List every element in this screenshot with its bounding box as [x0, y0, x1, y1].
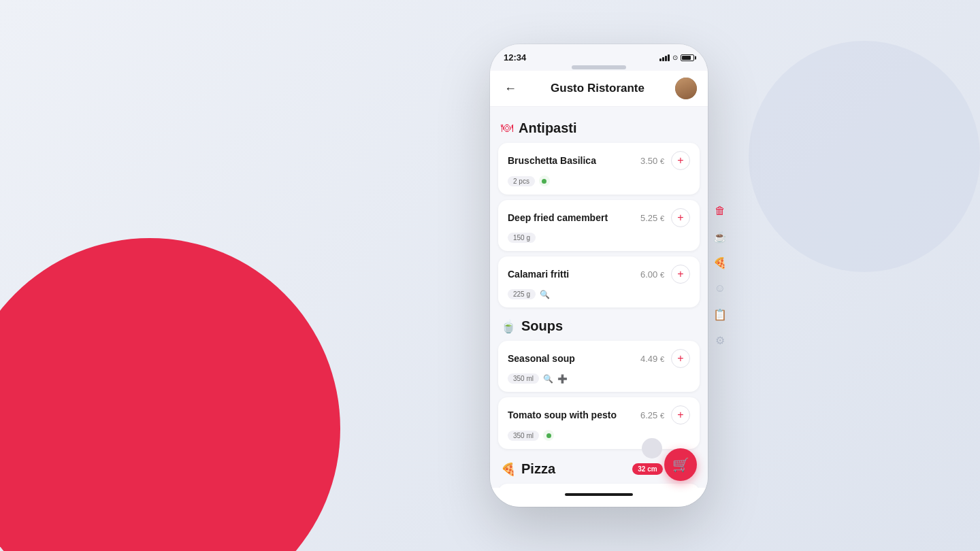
- item-price-calamari: 6.00 €: [640, 269, 664, 280]
- side-navigation: 🗑 ☕ 🍕 ☺ 📋 ⚙: [712, 203, 728, 348]
- side-nav-delete[interactable]: 🗑: [712, 203, 728, 219]
- item-name-calamari: Calamari fritti: [508, 269, 640, 280]
- tomato-soup-tags: 350 ml: [508, 430, 690, 441]
- camembert-tags: 150 g: [508, 233, 690, 243]
- item-price-tomato-soup: 6.25 €: [640, 410, 664, 420]
- app-title: Gusto Ristorante: [551, 82, 644, 95]
- seasonal-soup-tags: 350 ml 🔍 ➕: [508, 373, 690, 384]
- side-nav-list[interactable]: 📋: [712, 306, 728, 322]
- cart-fab-button[interactable]: 🛒: [664, 448, 697, 481]
- side-nav-drinks[interactable]: ☕: [712, 229, 728, 245]
- phone-mockup: 12:34 ⊙ ← Gusto Rist: [490, 44, 708, 507]
- add-calamari-button[interactable]: +: [671, 265, 690, 284]
- plus-icon: +: [677, 353, 683, 364]
- plus-icon: +: [677, 155, 683, 166]
- menu-item-seasonal-soup: Seasonal soup 4.49 € + 350 ml 🔍 ➕: [498, 341, 700, 392]
- item-name-camembert: Deep fried camembert: [508, 212, 640, 223]
- side-nav-pizza[interactable]: 🍕: [712, 254, 728, 271]
- status-bar: 12:34 ⊙: [490, 44, 708, 65]
- plus-icon: +: [677, 269, 683, 280]
- antipasti-title: Antipasti: [519, 120, 577, 136]
- status-time: 12:34: [504, 52, 526, 63]
- status-icons: ⊙: [659, 54, 694, 61]
- section-antipasti-header: 🍽 Antipasti: [490, 115, 708, 143]
- notch-area: [490, 65, 708, 71]
- smile-icon: ☺: [715, 282, 725, 295]
- bottom-bar: [490, 488, 708, 507]
- bg-circle-left: [0, 238, 340, 551]
- soups-icon: 🍵: [501, 319, 516, 334]
- veg-indicator: [539, 176, 550, 186]
- back-arrow-icon: ←: [504, 82, 517, 96]
- bg-circle-right: [749, 41, 980, 272]
- drinks-icon: ☕: [713, 231, 727, 244]
- add-tomato-soup-button[interactable]: +: [671, 405, 690, 424]
- wifi-icon: ⊙: [672, 54, 678, 61]
- pizza-nav-icon: 🍕: [713, 256, 727, 269]
- tag-150g: 150 g: [508, 233, 536, 243]
- pizza-size-32[interactable]: 32 cm: [632, 463, 662, 475]
- list-icon: 📋: [713, 308, 727, 321]
- item-name-tomato-soup: Tomato soup with pesto: [508, 410, 640, 420]
- soups-title: Soups: [521, 318, 563, 334]
- add-bruschetta-button[interactable]: +: [671, 151, 690, 170]
- battery-icon: [681, 54, 694, 61]
- home-indicator: [565, 493, 633, 496]
- avatar-image: [675, 78, 697, 99]
- app-header: ← Gusto Ristorante: [490, 71, 708, 107]
- plus-icon: +: [677, 212, 683, 223]
- item-price-camembert: 5.25 €: [640, 213, 664, 223]
- back-button[interactable]: ←: [501, 79, 520, 98]
- bruschetta-tags: 2 pcs: [508, 176, 690, 186]
- avatar[interactable]: [675, 78, 697, 99]
- menu-content: 🍽 Antipasti Bruschetta Basilica 3.50 € +…: [490, 107, 708, 488]
- calamari-tags: 225 g 🔍: [508, 289, 690, 299]
- plus-icon: +: [677, 410, 683, 420]
- phone-screen: 12:34 ⊙ ← Gusto Rist: [490, 44, 708, 507]
- side-nav-smile[interactable]: ☺: [712, 280, 728, 297]
- item-price-bruschetta: 3.50 €: [640, 156, 664, 166]
- menu-item-bruschetta: Bruschetta Basilica 3.50 € + 2 pcs: [498, 143, 700, 195]
- allergen-icon: 🔍: [540, 290, 550, 299]
- delete-icon: 🗑: [715, 205, 725, 217]
- veg-indicator-2: [543, 430, 554, 441]
- notch-pill: [572, 65, 626, 69]
- tag-2pcs: 2 pcs: [508, 176, 535, 186]
- tag-350ml: 350 ml: [508, 373, 539, 384]
- item-name-bruschetta: Bruschetta Basilica: [508, 155, 640, 166]
- menu-item-tomato-soup: Tomato soup with pesto 6.25 € + 350 ml: [498, 397, 700, 449]
- signal-icon: [659, 54, 670, 61]
- antipasti-icon: 🍽: [501, 121, 513, 135]
- cart-icon: 🛒: [672, 456, 689, 473]
- add-camembert-button[interactable]: +: [671, 208, 690, 227]
- section-soups-header: 🍵 Soups: [490, 313, 708, 341]
- side-nav-settings[interactable]: ⚙: [712, 332, 728, 348]
- item-price-seasonal-soup: 4.49 €: [640, 354, 664, 364]
- tag-350ml-2: 350 ml: [508, 431, 539, 441]
- allergen-icon: 🔍: [543, 374, 553, 384]
- item-name-seasonal-soup: Seasonal soup: [508, 353, 640, 364]
- extra-icon: ➕: [557, 374, 568, 384]
- drag-handle: [642, 438, 662, 458]
- tag-225g: 225 g: [508, 289, 536, 299]
- settings-icon: ⚙: [715, 334, 725, 347]
- pizza-icon: 🍕: [501, 462, 516, 477]
- menu-item-calamari: Calamari fritti 6.00 € + 225 g 🔍: [498, 256, 700, 307]
- add-seasonal-soup-button[interactable]: +: [671, 349, 690, 368]
- menu-item-camembert: Deep fried camembert 5.25 € + 150 g: [498, 200, 700, 251]
- pizza-title: Pizza: [521, 461, 555, 477]
